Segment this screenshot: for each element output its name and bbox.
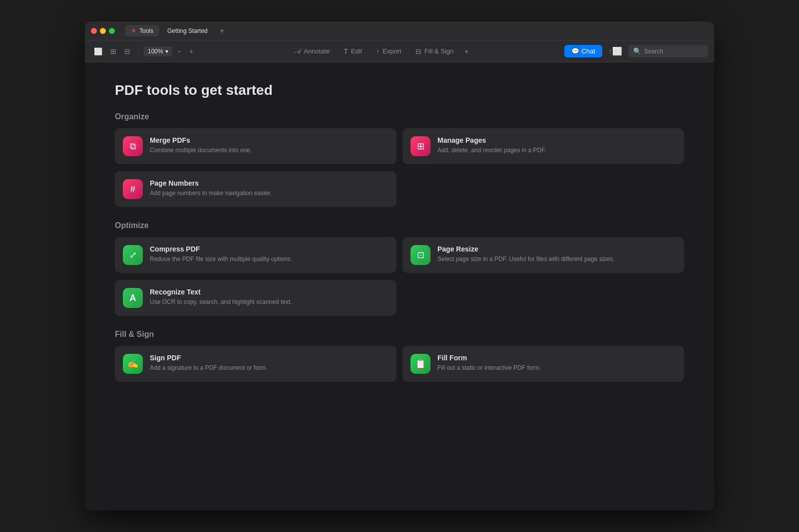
recognize-text-content: Recognize Text Use OCR to copy, search, …: [150, 288, 292, 306]
compress-pdf-icon-wrapper: ⤢: [123, 245, 143, 265]
tool-card-sign-pdf[interactable]: ✍ Sign PDF Add a signature to a PDF docu…: [115, 346, 397, 382]
page-resize-content: Page Resize Select page size in a PDF. U…: [437, 245, 615, 264]
sign-pdf-title: Sign PDF: [150, 354, 267, 362]
organize-tools-grid-single: # Page Numbers Add page numbers to make …: [115, 171, 684, 207]
zoom-minus-icon: −: [177, 47, 181, 55]
manage-pages-desc: Add, delete, and reorder pages in a PDF.: [437, 146, 546, 155]
tab-area: ✳ Tools Getting Started +: [125, 24, 708, 37]
chat-icon: 💬: [571, 47, 579, 55]
page-numbers-title: Page Numbers: [150, 179, 272, 187]
fill-sign-button[interactable]: ⊟ Fill & Sign: [409, 44, 460, 58]
toolbar-center: 𝒜 Annotate T Edit ↑ Export ⊟ Fill & Sign…: [198, 44, 562, 58]
search-input[interactable]: [644, 48, 703, 55]
chat-label: Chat: [582, 47, 595, 55]
tool-card-page-numbers[interactable]: # Page Numbers Add page numbers to make …: [115, 171, 397, 207]
recognize-text-icon-wrapper: A: [123, 288, 143, 308]
optimize-tools-grid-single: A Recognize Text Use OCR to copy, search…: [115, 280, 684, 316]
tool-card-merge-pdfs[interactable]: ⧉ Merge PDFs Combine multiple documents …: [115, 128, 397, 164]
page-numbers-desc: Add page numbers to make navigation easi…: [150, 189, 272, 198]
tool-card-compress-pdf[interactable]: ⤢ Compress PDF Reduce the PDF file size …: [115, 237, 397, 273]
grid-icon: ⊞: [110, 47, 116, 55]
tool-add-icon: +: [464, 47, 468, 55]
optimize-tools-grid: ⤢ Compress PDF Reduce the PDF file size …: [115, 237, 684, 273]
fill-form-desc: Fill out a static or interactive PDF for…: [437, 364, 541, 372]
sign-pdf-icon-wrapper: ✍: [123, 354, 143, 374]
traffic-lights: [91, 28, 115, 34]
compress-pdf-content: Compress PDF Reduce the PDF file size wi…: [150, 245, 292, 264]
tool-card-page-resize[interactable]: ⊡ Page Resize Select page size in a PDF.…: [402, 237, 684, 273]
zoom-out-button[interactable]: −: [174, 45, 184, 57]
tab-add-button[interactable]: +: [216, 24, 228, 37]
zoom-plus-icon: +: [189, 47, 193, 55]
compress-pdf-title: Compress PDF: [150, 245, 292, 253]
tool-card-manage-pages[interactable]: ⊞ Manage Pages Add, delete, and reorder …: [402, 128, 684, 164]
toolbar-right: 💬 Chat ↑⬜ 🔍: [564, 44, 708, 58]
search-icon: 🔍: [633, 47, 641, 55]
section-optimize: Optimize ⤢ Compress PDF Reduce the PDF f…: [115, 221, 684, 316]
maximize-button[interactable]: [109, 28, 115, 34]
compress-pdf-icon: ⤢: [129, 250, 137, 261]
manage-pages-content: Manage Pages Add, delete, and reorder pa…: [437, 136, 546, 155]
merge-pdfs-title: Merge PDFs: [150, 136, 252, 144]
merge-pdfs-desc: Combine multiple documents into one.: [150, 146, 252, 155]
export-icon: ↑: [376, 47, 380, 55]
organize-tools-grid: ⧉ Merge PDFs Combine multiple documents …: [115, 128, 684, 164]
tool-card-recognize-text[interactable]: A Recognize Text Use OCR to copy, search…: [115, 280, 397, 316]
sign-pdf-desc: Add a signature to a PDF document or for…: [150, 364, 267, 372]
chat-button[interactable]: 💬 Chat: [564, 45, 602, 57]
fill-form-content: Fill Form Fill out a static or interacti…: [437, 354, 541, 372]
grid-view-button[interactable]: ⊞: [107, 45, 119, 57]
tool-card-fill-form[interactable]: 📋 Fill Form Fill out a static or interac…: [402, 346, 684, 382]
dual-page-button[interactable]: ⊟: [121, 45, 133, 57]
edit-icon: T: [344, 47, 348, 55]
export-button[interactable]: ↑ Export: [370, 44, 407, 58]
edit-button[interactable]: T Edit: [338, 44, 368, 58]
page-resize-title: Page Resize: [437, 245, 615, 253]
sidebar-toggle-button[interactable]: ⬜: [91, 45, 105, 57]
search-bar[interactable]: 🔍: [628, 45, 708, 57]
zoom-control[interactable]: 100% ▾: [144, 46, 172, 56]
zoom-level-label: 100%: [148, 48, 163, 55]
separator-1: [138, 45, 139, 57]
zoom-chevron-icon: ▾: [165, 48, 168, 55]
recognize-text-desc: Use OCR to copy, search, and highlight s…: [150, 298, 292, 306]
sign-pdf-content: Sign PDF Add a signature to a PDF docume…: [150, 354, 267, 372]
minimize-button[interactable]: [100, 28, 106, 34]
recognize-text-icon: A: [130, 293, 136, 303]
tab-tools[interactable]: ✳ Tools: [125, 25, 159, 36]
titlebar: ✳ Tools Getting Started +: [85, 21, 714, 40]
fill-sign-icon: ⊟: [415, 47, 421, 55]
fill-sign-section-title: Fill & Sign: [115, 330, 684, 339]
section-fill-sign: Fill & Sign ✍ Sign PDF Add a signature t…: [115, 330, 684, 382]
tool-add-button[interactable]: +: [461, 45, 471, 57]
tab-getting-started-label: Getting Started: [167, 27, 208, 34]
app-window: ✳ Tools Getting Started + ⬜ ⊞ ⊟ 100% ▾ −: [85, 21, 714, 511]
organize-section-title: Organize: [115, 112, 684, 121]
merge-pdfs-content: Merge PDFs Combine multiple documents in…: [150, 136, 252, 155]
annotate-button[interactable]: 𝒜 Annotate: [289, 44, 336, 58]
page-title: PDF tools to get started: [115, 82, 684, 98]
main-content: PDF tools to get started Organize ⧉ Merg…: [85, 62, 714, 511]
tab-tools-label: Tools: [139, 27, 153, 34]
close-button[interactable]: [91, 28, 97, 34]
tab-getting-started[interactable]: Getting Started: [161, 25, 214, 36]
zoom-in-button[interactable]: +: [186, 45, 196, 57]
compress-pdf-desc: Reduce the PDF file size with multiple q…: [150, 255, 292, 264]
recognize-text-title: Recognize Text: [150, 288, 292, 296]
page-numbers-icon-wrapper: #: [123, 179, 143, 199]
manage-pages-icon-wrapper: ⊞: [410, 136, 430, 156]
fill-form-icon: 📋: [415, 358, 426, 369]
fill-form-title: Fill Form: [437, 354, 541, 362]
manage-pages-icon: ⊞: [417, 141, 424, 152]
annotate-icon: 𝒜: [295, 47, 301, 55]
optimize-section-title: Optimize: [115, 221, 684, 230]
dual-page-icon: ⊟: [124, 47, 130, 55]
section-organize: Organize ⧉ Merge PDFs Combine multiple d…: [115, 112, 684, 207]
manage-pages-title: Manage Pages: [437, 136, 546, 144]
share-button[interactable]: ↑⬜: [606, 44, 624, 58]
page-resize-desc: Select page size in a PDF. Useful for fi…: [437, 255, 615, 264]
page-numbers-content: Page Numbers Add page numbers to make na…: [150, 179, 272, 198]
fill-sign-label: Fill & Sign: [424, 47, 454, 55]
fill-form-icon-wrapper: 📋: [410, 354, 430, 374]
page-numbers-icon: #: [130, 184, 135, 195]
